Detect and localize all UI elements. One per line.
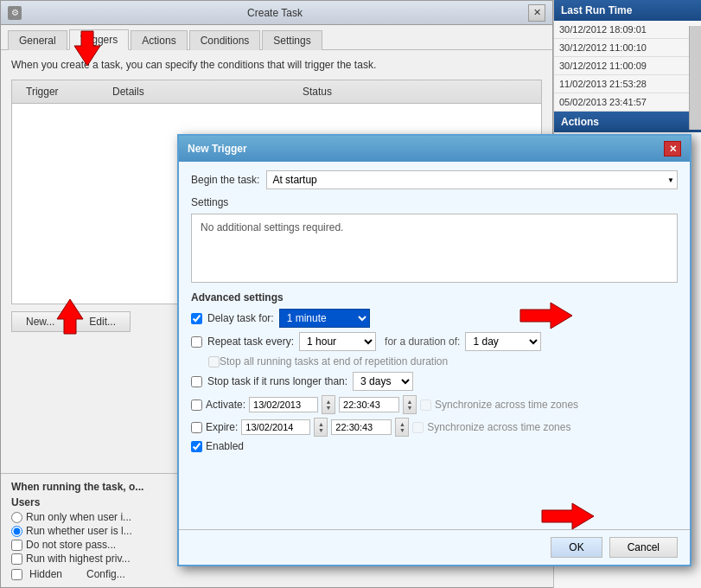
repeat-task-label: Repeat task every:	[207, 336, 294, 348]
advanced-section: Advanced settings Delay task for: 1 minu…	[191, 291, 678, 452]
settings-section-title: Settings	[191, 196, 678, 208]
window-icon: ⚙	[8, 6, 22, 20]
expire-sync-wrapper: Synchronize across time zones	[412, 421, 570, 433]
configure-label: Config...	[86, 568, 125, 580]
begin-task-select-wrapper: At startup On a schedule At log on On id…	[266, 170, 678, 189]
begin-task-select[interactable]: At startup On a schedule At log on On id…	[266, 170, 678, 189]
stop-all-label: Stop all running tasks at end of repetit…	[220, 355, 448, 368]
edit-button[interactable]: Edit...	[74, 311, 131, 332]
duration-select[interactable]: 1 day 12 hours Indefinitely	[465, 332, 541, 351]
run-whether-label: Run whether user is l...	[26, 525, 132, 537]
run-highest-label: Run with highest priv...	[26, 553, 131, 565]
settings-note: No additional settings required.	[201, 221, 343, 233]
delay-task-select[interactable]: 1 minute 5 minutes 30 minutes 1 hour	[279, 309, 370, 328]
activate-sync-label: Synchronize across time zones	[435, 399, 578, 411]
activate-sync-checkbox[interactable]	[420, 399, 431, 411]
expire-date-input[interactable]	[241, 419, 310, 435]
tab-triggers[interactable]: Triggers	[69, 29, 130, 50]
expire-date-spinner[interactable]: ▲ ▼	[314, 418, 328, 437]
expire-time-input[interactable]	[331, 419, 392, 435]
delay-task-label: Delay task for:	[207, 312, 274, 324]
expire-label: Expire:	[206, 421, 238, 433]
dialog-title: New Trigger	[188, 143, 247, 155]
trigger-col-header: Trigger	[19, 84, 105, 99]
repeat-task-row: Repeat task every: 1 hour 30 minutes 2 h…	[191, 332, 678, 351]
last-run-row-3: 30/12/2012 11:00:09	[554, 57, 701, 75]
window-title: Create Task	[22, 7, 528, 19]
activate-date-spinner[interactable]: ▲ ▼	[322, 395, 335, 414]
activate-checkbox[interactable]	[191, 399, 202, 411]
new-button[interactable]: New...	[11, 311, 69, 332]
activate-time-input[interactable]	[339, 397, 399, 412]
stop-longer-row: Stop task if it runs longer than: 3 days…	[191, 372, 678, 391]
expire-sync-label: Synchronize across time zones	[427, 421, 570, 433]
details-col-header: Details	[105, 84, 296, 99]
activate-label: Activate:	[206, 399, 245, 411]
window-titlebar: ⚙ Create Task ✕	[1, 1, 552, 25]
status-col-header: Status	[296, 84, 339, 99]
expire-sync-checkbox[interactable]	[412, 422, 424, 433]
cancel-button[interactable]: Cancel	[609, 537, 678, 558]
begin-task-label: Begin the task:	[191, 174, 259, 186]
dialog-footer: OK Cancel	[179, 529, 690, 565]
activate-time-spinner[interactable]: ▲ ▼	[403, 395, 417, 414]
hidden-checkbox[interactable]	[11, 569, 22, 580]
last-run-row-4: 11/02/2013 21:53:28	[554, 75, 701, 93]
new-trigger-dialog: New Trigger ✕ Begin the task: At startup…	[177, 134, 691, 566]
stop-longer-select[interactable]: 3 days 1 hour 1 day	[353, 372, 413, 391]
for-duration-label: for a duration of:	[385, 336, 460, 348]
enabled-label: Enabled	[206, 440, 244, 452]
dialog-content: Begin the task: At startup On a schedule…	[179, 162, 690, 461]
do-not-store-label: Do not store pass...	[26, 539, 116, 551]
ok-button[interactable]: OK	[551, 537, 602, 558]
scrollbar[interactable]	[689, 26, 701, 130]
last-run-row-5: 05/02/2013 23:41:57	[554, 93, 701, 112]
tabs-bar: General Triggers Actions Conditions Sett…	[1, 25, 552, 50]
expire-row: Expire: ▲ ▼ ▲ ▼ Synchronize across time …	[191, 418, 678, 437]
stop-all-checkbox[interactable]	[208, 356, 220, 368]
tab-general[interactable]: General	[8, 30, 67, 50]
tab-actions[interactable]: Actions	[131, 30, 187, 50]
enabled-row: Enabled	[191, 440, 678, 452]
activate-row: Activate: ▲ ▼ ▲ ▼ Synchronize across tim…	[191, 395, 678, 414]
svg-marker-3	[542, 503, 594, 529]
activate-sync-wrapper: Synchronize across time zones	[420, 399, 578, 411]
actions-header: Actions	[554, 112, 701, 132]
stop-longer-checkbox[interactable]	[191, 376, 202, 387]
advanced-title: Advanced settings	[191, 291, 678, 304]
close-button[interactable]: ✕	[528, 4, 545, 22]
repeat-task-select[interactable]: 1 hour 30 minutes 2 hours	[299, 332, 376, 351]
delay-task-row: Delay task for: 1 minute 5 minutes 30 mi…	[191, 309, 678, 328]
run-whether-radio[interactable]	[11, 526, 22, 537]
dialog-close-button[interactable]: ✕	[664, 141, 681, 157]
run-only-radio[interactable]	[11, 512, 22, 523]
tab-settings[interactable]: Settings	[262, 30, 322, 50]
last-run-row-2: 30/12/2012 11:00:10	[554, 39, 701, 57]
last-run-header: Last Run Time	[554, 0, 701, 21]
trigger-table-header: Trigger Details Status	[12, 80, 541, 104]
delay-task-checkbox[interactable]	[191, 313, 202, 324]
repeat-task-checkbox[interactable]	[191, 336, 202, 348]
run-highest-checkbox[interactable]	[11, 553, 22, 565]
begin-task-row: Begin the task: At startup On a schedule…	[191, 170, 678, 189]
stop-longer-label: Stop task if it runs longer than:	[207, 375, 347, 387]
last-run-row-1: 30/12/2012 18:09:01	[554, 21, 701, 39]
enabled-checkbox[interactable]	[191, 441, 202, 452]
run-only-label: Run only when user i...	[26, 511, 131, 523]
stop-all-row: Stop all running tasks at end of repetit…	[191, 355, 678, 368]
activate-date-input[interactable]	[249, 397, 318, 412]
settings-box: No additional settings required.	[191, 214, 678, 283]
expire-time-spinner[interactable]: ▲ ▼	[395, 418, 409, 437]
tab-conditions[interactable]: Conditions	[189, 30, 261, 50]
do-not-store-checkbox[interactable]	[11, 540, 22, 551]
hidden-label: Hidden	[29, 568, 62, 580]
description-text: When you create a task, you can specify …	[11, 59, 542, 71]
expire-checkbox[interactable]	[191, 422, 202, 433]
dialog-titlebar: New Trigger ✕	[179, 136, 690, 162]
